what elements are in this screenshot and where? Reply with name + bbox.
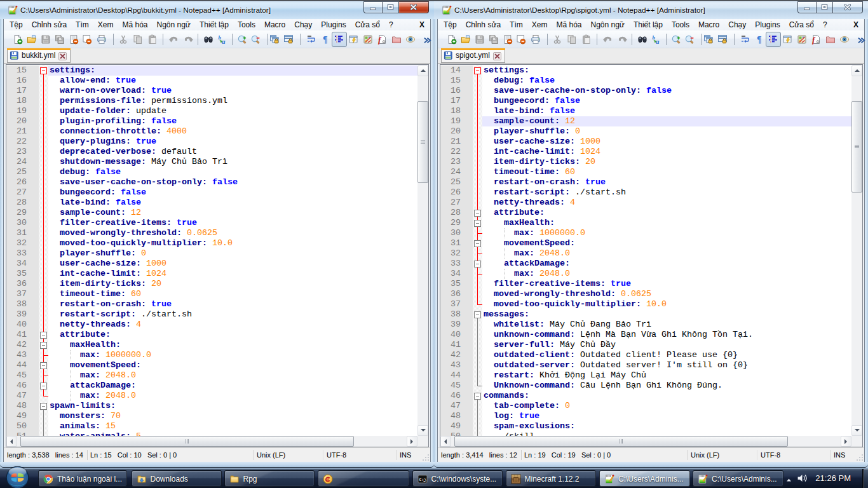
- restore-button[interactable]: [816, 1, 833, 13]
- bookmark-margin[interactable]: [463, 65, 473, 436]
- paste-icon[interactable]: [147, 34, 158, 44]
- bookmark-margin[interactable]: [29, 65, 39, 436]
- taskbar-button-c-windows-syste-[interactable]: C:\ C:\windows\syste...: [412, 470, 503, 487]
- minimize-button[interactable]: [363, 1, 382, 13]
- fold-collapse-box[interactable]: [40, 362, 47, 369]
- copy-icon[interactable]: [133, 34, 143, 44]
- fold-collapse-box[interactable]: [40, 332, 47, 339]
- menu-item[interactable]: Tools: [233, 20, 260, 30]
- copy-icon[interactable]: [567, 34, 577, 44]
- taskbar-button-th-o-lu-n-ngo-i-l-[interactable]: Thảo luận ngoài l...: [38, 470, 127, 487]
- show-desktop-button[interactable]: [862, 469, 868, 488]
- taskbar-button-c-users-adminis-[interactable]: C:\Users\Adminis...: [693, 470, 783, 487]
- taskbar-button-c-users-adminis-[interactable]: C:\Users\Adminis...: [599, 470, 690, 487]
- menu-item[interactable]: Cửa sổ: [351, 20, 384, 30]
- print-icon[interactable]: [531, 34, 541, 44]
- zoom-out-icon[interactable]: [684, 34, 695, 44]
- save-icon[interactable]: [41, 34, 51, 44]
- zoom-in-icon[interactable]: [671, 34, 681, 44]
- show-hidden-icons-button[interactable]: [785, 474, 792, 480]
- menu-item[interactable]: Mã hóa: [552, 20, 586, 30]
- new-file-icon[interactable]: [447, 34, 457, 44]
- sync-vertical-icon[interactable]: [703, 34, 714, 44]
- close-button[interactable]: [399, 1, 429, 13]
- scroll-down-button[interactable]: [417, 425, 428, 436]
- menu-item[interactable]: ?: [818, 20, 832, 30]
- restore-button[interactable]: [382, 1, 399, 13]
- print-icon[interactable]: [97, 34, 107, 44]
- menu-item[interactable]: Chỉnh sửa: [27, 20, 71, 30]
- scroll-left-button[interactable]: [6, 436, 17, 447]
- volume-icon[interactable]: [797, 473, 808, 484]
- word-wrap-icon[interactable]: [740, 34, 750, 44]
- taskbar-button-downloads[interactable]: Downloads: [132, 470, 222, 487]
- menu-item[interactable]: Macro: [260, 20, 290, 30]
- save-all-icon[interactable]: [55, 34, 65, 44]
- horizontal-scrollbar[interactable]: [440, 436, 851, 447]
- close-button[interactable]: [833, 1, 863, 13]
- show-all-chars-icon[interactable]: ¶: [755, 34, 765, 44]
- new-file-icon[interactable]: [13, 34, 23, 44]
- fold-collapse-box[interactable]: [40, 383, 47, 390]
- minimize-button[interactable]: [797, 1, 816, 13]
- folder-workspace-icon[interactable]: [825, 34, 836, 44]
- close-all-icon[interactable]: [516, 34, 526, 44]
- replace-icon[interactable]: b a: [651, 34, 661, 44]
- taskbar-button-minecraft-1-12-2[interactable]: Minecraft 1.12.2: [506, 470, 597, 487]
- menu-item[interactable]: Ngôn ngữ: [152, 20, 194, 30]
- word-wrap-icon[interactable]: [306, 34, 316, 44]
- vertical-scrollbar[interactable]: [417, 65, 428, 436]
- sync-horizontal-icon[interactable]: [717, 34, 728, 44]
- tab-bukkit.yml[interactable]: bukkit.yml: [7, 48, 71, 63]
- tab-close-icon[interactable]: [58, 51, 67, 60]
- find-icon[interactable]: [637, 34, 648, 44]
- show-all-chars-icon[interactable]: ¶: [321, 34, 331, 44]
- menu-item[interactable]: Macro: [694, 20, 724, 30]
- taskbar-button-rpg[interactable]: Rpg: [224, 470, 315, 487]
- find-icon[interactable]: [203, 34, 214, 44]
- folder-workspace-icon[interactable]: [391, 34, 402, 44]
- menu-item[interactable]: Chạy: [290, 20, 316, 30]
- tab-spigot.yml[interactable]: spigot.yml: [441, 48, 505, 63]
- editor[interactable]: 15settings:16 allow-end: true17 warn-on-…: [6, 64, 429, 447]
- doc-map-icon[interactable]: [363, 34, 373, 44]
- fold-collapse-box[interactable]: [40, 67, 47, 74]
- menu-item[interactable]: Xem: [527, 20, 552, 30]
- vertical-scrollbar[interactable]: [851, 65, 862, 436]
- scroll-left-button[interactable]: [440, 436, 451, 447]
- run-dialog-icon[interactable]: [782, 34, 792, 44]
- chevron-overflow-icon[interactable]: [857, 36, 865, 44]
- fold-collapse-box[interactable]: [40, 342, 47, 349]
- fold-collapse-box[interactable]: [474, 393, 481, 400]
- indent-guide-icon[interactable]: [768, 34, 778, 44]
- scroll-down-button[interactable]: [851, 425, 862, 436]
- menu-item[interactable]: Tệp: [439, 20, 461, 30]
- taskbar-button-app[interactable]: [318, 470, 409, 487]
- menu-close-doc-button[interactable]: X: [419, 20, 424, 29]
- start-button[interactable]: [6, 466, 29, 488]
- zoom-out-icon[interactable]: [250, 34, 261, 44]
- horizontal-scroll-thumb[interactable]: [20, 436, 354, 447]
- vertical-scroll-thumb[interactable]: [417, 101, 428, 183]
- close-doc-icon[interactable]: [503, 34, 513, 44]
- fold-collapse-box[interactable]: [474, 210, 481, 217]
- fold-collapse-box[interactable]: [474, 67, 481, 74]
- vertical-scroll-thumb[interactable]: [851, 101, 862, 193]
- menu-item[interactable]: Plugins: [316, 20, 350, 30]
- menu-item[interactable]: Tìm: [71, 20, 93, 30]
- menu-item[interactable]: Tools: [667, 20, 694, 30]
- chevron-overflow-icon[interactable]: [423, 36, 431, 44]
- menu-item[interactable]: Plugins: [750, 20, 784, 30]
- redo-icon[interactable]: [618, 34, 628, 44]
- menu-item[interactable]: Tệp: [5, 20, 27, 30]
- scroll-up-button[interactable]: [851, 65, 862, 76]
- run-dialog-icon[interactable]: [348, 34, 358, 44]
- menu-item[interactable]: Chạy: [724, 20, 750, 30]
- menu-item[interactable]: Ngôn ngữ: [586, 20, 628, 30]
- replace-icon[interactable]: b a: [217, 34, 227, 44]
- fold-collapse-box[interactable]: [474, 261, 481, 268]
- clock[interactable]: 21:26 PM: [815, 468, 851, 488]
- menu-item[interactable]: Mã hóa: [118, 20, 152, 30]
- undo-icon[interactable]: [602, 34, 613, 44]
- monitoring-icon[interactable]: [405, 34, 416, 44]
